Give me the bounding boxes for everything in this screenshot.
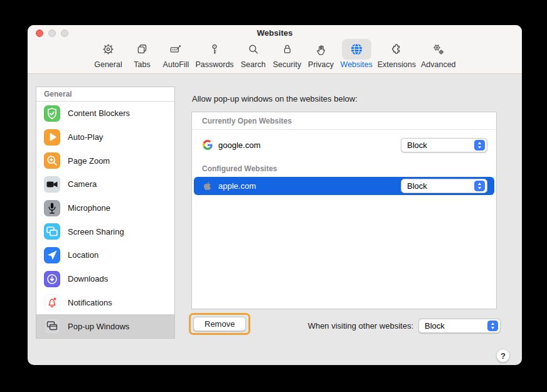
gears-icon: [423, 39, 453, 60]
websites-sidebar: General Content Blockers Auto-Play Page …: [36, 87, 175, 339]
when-visiting-label: When visiting other websites:: [308, 321, 413, 331]
sidebar-item-page-zoom[interactable]: Page Zoom: [36, 149, 174, 172]
hand-icon: [307, 39, 336, 60]
sidebar-list: Content Blockers Auto-Play Page Zoom Cam…: [36, 102, 174, 338]
camera-icon: [44, 176, 60, 193]
tab-search[interactable]: Search: [237, 39, 270, 69]
stepper-icon: [487, 320, 498, 331]
tab-extensions[interactable]: Extensions: [376, 39, 418, 69]
screens-icon: [44, 223, 60, 240]
sidebar-item-notifications[interactable]: Notifications: [36, 291, 174, 315]
sidebar-item-downloads[interactable]: Downloads: [36, 267, 174, 291]
footer-row: When visiting other websites: Block: [191, 318, 501, 333]
sidebar-item-microphone[interactable]: Microphone: [36, 196, 174, 220]
sidebar-item-location[interactable]: Location: [36, 243, 174, 267]
bell-icon: [44, 294, 60, 310]
preferences-toolbar: General Tabs AutoFill Passwords Search: [28, 39, 522, 74]
tabs-icon: [127, 39, 156, 60]
microphone-icon: [44, 200, 60, 216]
sidebar-item-camera[interactable]: Camera: [36, 172, 174, 196]
section-header: Configured Websites: [192, 160, 496, 176]
tab-passwords[interactable]: Passwords: [193, 39, 235, 69]
websites-list: Currently Open Websites google.com Block…: [191, 112, 497, 309]
tab-autofill[interactable]: AutoFill: [159, 39, 192, 69]
stepper-icon: [474, 181, 485, 191]
magnifier-icon: [239, 39, 268, 60]
apple-favicon: [202, 181, 213, 191]
gear-icon: [93, 39, 122, 60]
sidebar-item-auto-play[interactable]: Auto-Play: [36, 125, 174, 149]
zoom-plus-icon: [44, 152, 60, 169]
website-row-apple[interactable]: apple.com Block: [194, 177, 494, 195]
tab-websites[interactable]: Websites: [339, 39, 374, 69]
pane-description: Allow pop-up windows on the websites bel…: [192, 94, 358, 103]
screen-background: Websites General Tabs AutoFill Passwords: [0, 0, 547, 392]
sidebar-item-screen-sharing[interactable]: Screen Sharing: [36, 220, 174, 243]
titlebar-toolbar: Websites General Tabs AutoFill Passwords: [28, 25, 522, 74]
globe-icon: [342, 39, 371, 60]
tab-tabs[interactable]: Tabs: [125, 39, 158, 69]
google-favicon: [202, 140, 213, 150]
block-dropdown[interactable]: Block: [401, 138, 487, 152]
sidebar-item-pop-up-windows[interactable]: Pop-up Windows: [36, 314, 174, 338]
tab-privacy[interactable]: Privacy: [305, 39, 337, 69]
safari-preferences-window: Websites General Tabs AutoFill Passwords: [28, 25, 522, 365]
stepper-icon: [474, 140, 485, 151]
site-name: google.com: [218, 140, 260, 150]
tab-general[interactable]: General: [92, 39, 124, 69]
window-title: Websites: [28, 28, 522, 38]
location-arrow-icon: [44, 247, 60, 263]
autofill-icon: [161, 39, 190, 60]
sidebar-item-content-blockers[interactable]: Content Blockers: [36, 102, 174, 125]
popup-windows-icon: [44, 318, 60, 334]
lock-icon: [273, 39, 302, 60]
tab-security[interactable]: Security: [271, 39, 304, 69]
key-icon: [200, 39, 229, 60]
website-row-google[interactable]: google.com Block: [192, 130, 496, 160]
play-icon: [44, 129, 60, 146]
block-dropdown[interactable]: Block: [401, 179, 487, 193]
puzzle-icon: [382, 39, 411, 60]
help-button[interactable]: ?: [496, 349, 510, 363]
sidebar-group-header: General: [36, 87, 174, 102]
site-name: apple.com: [218, 181, 256, 191]
tab-advanced[interactable]: Advanced: [419, 39, 458, 69]
when-visiting-dropdown[interactable]: Block: [418, 319, 501, 333]
section-header: Currently Open Websites: [192, 112, 496, 130]
shield-check-icon: [44, 105, 60, 122]
download-circle-icon: [44, 271, 60, 287]
